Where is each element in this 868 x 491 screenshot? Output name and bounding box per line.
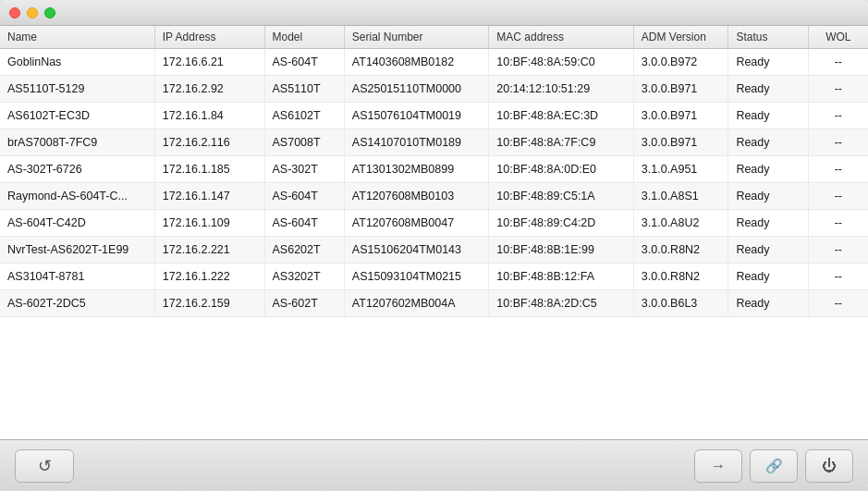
cell-adm: 3.0.0.B6L3 — [633, 290, 728, 317]
cell-ip: 172.16.2.221 — [154, 237, 264, 264]
cell-status: Ready — [728, 210, 808, 237]
cell-status: Ready — [728, 49, 808, 76]
refresh-icon: ↺ — [38, 456, 52, 476]
cell-mac: 10:BF:48:8A:7F:C9 — [489, 129, 634, 156]
cell-ip: 172.16.1.185 — [154, 156, 264, 183]
cell-status: Ready — [728, 156, 808, 183]
maximize-button[interactable] — [44, 7, 55, 18]
cell-adm: 3.1.0.A8U2 — [633, 210, 728, 237]
cell-adm: 3.0.0.B971 — [633, 129, 728, 156]
cell-serial: AS15076104TM0019 — [344, 103, 489, 129]
cell-mac: 10:BF:48:8A:0D:E0 — [489, 156, 634, 183]
cell-name: AS-602T-2DC5 — [0, 290, 154, 317]
cell-mac: 10:BF:48:8B:12:FA — [489, 264, 634, 290]
cell-serial: AT1207608MB0103 — [344, 183, 489, 210]
table-row[interactable]: GoblinNas172.16.6.21AS-604TAT1403608MB01… — [0, 49, 868, 76]
cell-name: GoblinNas — [0, 49, 154, 76]
cell-mac: 10:BF:48:89:C4:2D — [489, 210, 634, 237]
cell-model: AS6102T — [264, 103, 344, 129]
table-row[interactable]: AS3104T-8781172.16.1.222AS3202TAS1509310… — [0, 264, 868, 290]
cell-wol: -- — [808, 103, 868, 129]
cell-mac: 10:BF:48:8A:EC:3D — [489, 103, 634, 129]
cell-wol: -- — [808, 290, 868, 317]
connect-button[interactable]: → — [694, 449, 742, 483]
cell-model: AS5110T — [264, 76, 344, 103]
refresh-button[interactable]: ↺ — [15, 449, 74, 483]
table-row[interactable]: AS5110T-5129172.16.2.92AS5110TAS25015110… — [0, 76, 868, 103]
cell-wol: -- — [808, 129, 868, 156]
cell-status: Ready — [728, 264, 808, 290]
cell-adm: 3.0.0.R8N2 — [633, 264, 728, 290]
traffic-lights — [9, 7, 55, 18]
link-button[interactable]: 🔗 — [750, 449, 798, 483]
main-window: Name IP Address Model Serial Number MAC … — [0, 0, 868, 491]
minimize-button[interactable] — [27, 7, 38, 18]
footer-right: → 🔗 ⏻ — [694, 449, 853, 483]
table-row[interactable]: Raymond-AS-604T-C...172.16.1.147AS-604TA… — [0, 183, 868, 210]
cell-wol: -- — [808, 76, 868, 103]
cell-model: AS-602T — [264, 290, 344, 317]
cell-model: AS3202T — [264, 264, 344, 290]
cell-serial: AT1207602MB004A — [344, 290, 489, 317]
col-header-status: Status — [728, 26, 808, 49]
cell-serial: AS15106204TM0143 — [344, 237, 489, 264]
cell-name: brAS7008T-7FC9 — [0, 129, 154, 156]
table-header-row: Name IP Address Model Serial Number MAC … — [0, 26, 868, 49]
table-row[interactable]: AS-602T-2DC5172.16.2.159AS-602TAT1207602… — [0, 290, 868, 317]
cell-name: AS6102T-EC3D — [0, 103, 154, 129]
cell-adm: 3.1.0.A8S1 — [633, 183, 728, 210]
cell-status: Ready — [728, 290, 808, 317]
cell-serial: AS14107010TM0189 — [344, 129, 489, 156]
power-button[interactable]: ⏻ — [805, 449, 853, 483]
cell-wol: -- — [808, 210, 868, 237]
cell-ip: 172.16.1.222 — [154, 264, 264, 290]
cell-name: NvrTest-AS6202T-1E99 — [0, 237, 154, 264]
cell-mac: 10:BF:48:8A:59:C0 — [489, 49, 634, 76]
table-row[interactable]: brAS7008T-7FC9172.16.2.116AS7008TAS14107… — [0, 129, 868, 156]
cell-model: AS-302T — [264, 156, 344, 183]
col-header-model: Model — [264, 26, 344, 49]
table-row[interactable]: AS-302T-6726172.16.1.185AS-302TAT1301302… — [0, 156, 868, 183]
cell-wol: -- — [808, 264, 868, 290]
cell-status: Ready — [728, 129, 808, 156]
close-button[interactable] — [9, 7, 20, 18]
cell-mac: 20:14:12:10:51:29 — [489, 76, 634, 103]
table-row[interactable]: NvrTest-AS6202T-1E99172.16.2.221AS6202TA… — [0, 237, 868, 264]
cell-serial: AS15093104TM0215 — [344, 264, 489, 290]
table-row[interactable]: AS-604T-C42D172.16.1.109AS-604TAT1207608… — [0, 210, 868, 237]
cell-wol: -- — [808, 49, 868, 76]
cell-adm: 3.0.0.R8N2 — [633, 237, 728, 264]
cell-ip: 172.16.2.159 — [154, 290, 264, 317]
cell-adm: 3.0.0.B971 — [633, 103, 728, 129]
col-header-serial: Serial Number — [344, 26, 489, 49]
cell-ip: 172.16.1.147 — [154, 183, 264, 210]
cell-adm: 3.0.0.B971 — [633, 76, 728, 103]
col-header-adm: ADM Version — [633, 26, 728, 49]
device-table: Name IP Address Model Serial Number MAC … — [0, 26, 868, 317]
cell-serial: AT1403608MB0182 — [344, 49, 489, 76]
link-icon: 🔗 — [765, 458, 783, 474]
footer-left: ↺ — [15, 449, 74, 483]
cell-name: AS3104T-8781 — [0, 264, 154, 290]
cell-status: Ready — [728, 237, 808, 264]
cell-serial: AT1301302MB0899 — [344, 156, 489, 183]
table-row[interactable]: AS6102T-EC3D172.16.1.84AS6102TAS15076104… — [0, 103, 868, 129]
cell-name: Raymond-AS-604T-C... — [0, 183, 154, 210]
cell-ip: 172.16.1.109 — [154, 210, 264, 237]
footer: ↺ → 🔗 ⏻ — [0, 439, 868, 491]
cell-name: AS-604T-C42D — [0, 210, 154, 237]
col-header-name: Name — [0, 26, 154, 49]
cell-model: AS6202T — [264, 237, 344, 264]
cell-name: AS5110T-5129 — [0, 76, 154, 103]
cell-status: Ready — [728, 76, 808, 103]
cell-adm: 3.0.0.B972 — [633, 49, 728, 76]
cell-ip: 172.16.6.21 — [154, 49, 264, 76]
cell-model: AS7008T — [264, 129, 344, 156]
cell-ip: 172.16.2.116 — [154, 129, 264, 156]
cell-name: AS-302T-6726 — [0, 156, 154, 183]
cell-serial: AS25015110TM0000 — [344, 76, 489, 103]
cell-wol: -- — [808, 237, 868, 264]
cell-model: AS-604T — [264, 49, 344, 76]
cell-model: AS-604T — [264, 210, 344, 237]
cell-serial: AT1207608MB0047 — [344, 210, 489, 237]
